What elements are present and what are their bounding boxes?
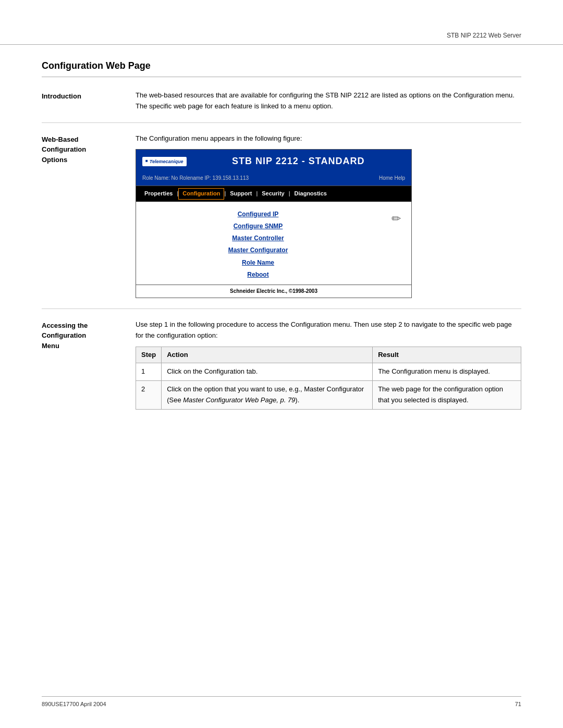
accessing-config-intro: Use step 1 in the following procedure to… xyxy=(136,319,521,341)
device-icon-area: ✏ xyxy=(370,207,401,228)
section-divider xyxy=(42,77,521,77)
device-footer: Schneider Electric Inc., ©1998-2003 xyxy=(136,285,411,298)
nav-properties[interactable]: Properties xyxy=(140,188,177,200)
device-screenshot: ■ Telemecanique STB NIP 2212 - STANDARD … xyxy=(136,149,412,298)
web-based-config-row: Web-Based Configuration Options The Conf… xyxy=(42,133,521,309)
table-cell-action-1: Click on the Configuration tab. xyxy=(162,363,373,381)
table-cell-action-2: Click on the option that you want to use… xyxy=(162,381,373,410)
table-header-result: Result xyxy=(373,347,521,363)
nav-configuration[interactable]: Configuration xyxy=(178,188,224,200)
menu-item-master-controller[interactable]: Master Controller xyxy=(146,233,370,243)
page-header: STB NIP 2212 Web Server xyxy=(0,0,563,45)
main-content: Configuration Web Page Introduction The … xyxy=(0,45,563,462)
table-cell-result-2: The web page for the configuration optio… xyxy=(373,381,521,410)
accessing-config-label: Accessing the Configuration Menu xyxy=(42,319,136,351)
footer-right: 71 xyxy=(515,701,521,707)
page-footer: 890USE17700 April 2004 71 xyxy=(42,696,521,707)
menu-item-configure-snmp[interactable]: Configure SNMP xyxy=(146,221,370,231)
table-header-action: Action xyxy=(162,347,373,363)
device-menu: Configured IP Configure SNMP Master Cont… xyxy=(146,207,370,282)
menu-item-reboot[interactable]: Reboot xyxy=(146,270,370,280)
table-cell-step-1: 1 xyxy=(136,363,162,381)
nav-diagnostics[interactable]: Diagnostics xyxy=(290,188,331,200)
footer-left: 890USE17700 April 2004 xyxy=(42,701,106,707)
table-row: 1 Click on the Configuration tab. The Co… xyxy=(136,363,521,381)
web-based-config-content: The Configuration menu appears in the fo… xyxy=(136,133,521,298)
web-based-config-label: Web-Based Configuration Options xyxy=(42,133,136,165)
table-header-step: Step xyxy=(136,347,162,363)
device-subtitle: Role Name: No Rolename IP: 139.158.13.11… xyxy=(136,173,411,186)
device-subtitle-links: Home Help xyxy=(379,174,405,182)
device-subtitle-info: Role Name: No Rolename IP: 139.158.13.11… xyxy=(142,174,249,182)
menu-item-configured-ip[interactable]: Configured IP xyxy=(146,209,370,219)
accessing-config-content: Use step 1 in the following procedure to… xyxy=(136,319,521,410)
config-table: Step Action Result 1 Click on the Config… xyxy=(136,347,521,410)
nav-support[interactable]: Support xyxy=(226,188,256,200)
table-cell-step-2: 2 xyxy=(136,381,162,410)
introduction-label: Introduction xyxy=(42,90,136,102)
device-title: STB NIP 2212 - STANDARD xyxy=(192,154,405,169)
menu-item-master-configurator[interactable]: Master Configurator xyxy=(146,245,370,255)
device-logo: ■ Telemecanique xyxy=(142,157,187,166)
device-nav: Properties | Configuration | Support | S… xyxy=(136,186,411,202)
menu-item-role-name[interactable]: Role Name xyxy=(146,258,370,268)
italic-reference: Master Configurator Web Page, p. 79 xyxy=(183,396,295,404)
table-header-row: Step Action Result xyxy=(136,347,521,363)
web-based-config-text: The Configuration menu appears in the fo… xyxy=(136,133,521,144)
device-body: Configured IP Configure SNMP Master Cont… xyxy=(136,202,411,285)
edit-icon: ✏ xyxy=(391,209,401,228)
logo-icon: ■ xyxy=(145,158,148,165)
introduction-row: Introduction The web-based resources tha… xyxy=(42,90,521,123)
header-title: STB NIP 2212 Web Server xyxy=(447,32,521,39)
page-container: STB NIP 2212 Web Server Configuration We… xyxy=(0,0,563,728)
table-cell-result-1: The Configuration menu is displayed. xyxy=(373,363,521,381)
nav-security[interactable]: Security xyxy=(258,188,288,200)
page-title: Configuration Web Page xyxy=(42,60,521,71)
table-row: 2 Click on the option that you want to u… xyxy=(136,381,521,410)
accessing-config-row: Accessing the Configuration Menu Use ste… xyxy=(42,319,521,420)
introduction-text: The web-based resources that are availab… xyxy=(136,90,521,112)
device-header: ■ Telemecanique STB NIP 2212 - STANDARD xyxy=(136,150,411,173)
